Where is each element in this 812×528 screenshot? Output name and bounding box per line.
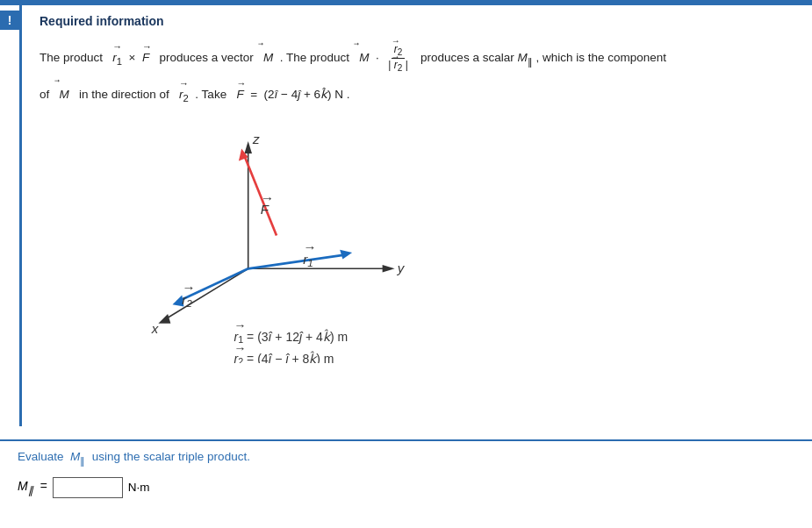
svg-marker-7 [340, 249, 352, 259]
svg-text:F: F [261, 201, 269, 216]
svg-marker-1 [244, 140, 252, 153]
F-vec: → F [142, 37, 149, 69]
problem-text: The product → r1 × → F produces a vector… [40, 37, 666, 109]
svg-marker-5 [158, 314, 170, 324]
answer-input[interactable] [53, 477, 123, 498]
r1-vec: → r1 [112, 37, 122, 71]
answer-row: M‖ = N·m [18, 477, 794, 498]
svg-text:z: z [252, 132, 260, 146]
svg-line-6 [248, 254, 348, 268]
required-info-title: Required information [40, 14, 666, 28]
svg-text:r1 = (3î + 12ĵ + 4k̂) m: r1 = (3î + 12ĵ + 4k̂) m [234, 329, 349, 345]
svg-text:r2 = (4î − ĵ + 8k̂) m: r2 = (4î − ĵ + 8k̂) m [234, 351, 334, 363]
answer-label: M‖ = [18, 479, 47, 496]
svg-line-4 [163, 268, 248, 320]
diagram-area: z y x → F → r1 → r2 [92, 118, 461, 363]
main-content: Required information The product → r1 × … [19, 5, 684, 426]
svg-marker-3 [383, 265, 395, 273]
bottom-section: Evaluate M‖ using the scalar triple prod… [0, 439, 812, 507]
evaluate-text: Evaluate M‖ using the scalar triple prod… [18, 450, 794, 467]
r2-fraction: → r2 | → r2 | [385, 43, 411, 75]
unit-label: N·m [128, 481, 150, 494]
M-vec: ⃗ M [263, 37, 273, 69]
svg-text:y: y [397, 260, 406, 275]
exclamation-badge: ! [0, 11, 19, 30]
diagram-svg: z y x → F → r1 → r2 [92, 118, 461, 363]
svg-text:x: x [151, 320, 159, 335]
svg-text:r1: r1 [303, 251, 313, 268]
